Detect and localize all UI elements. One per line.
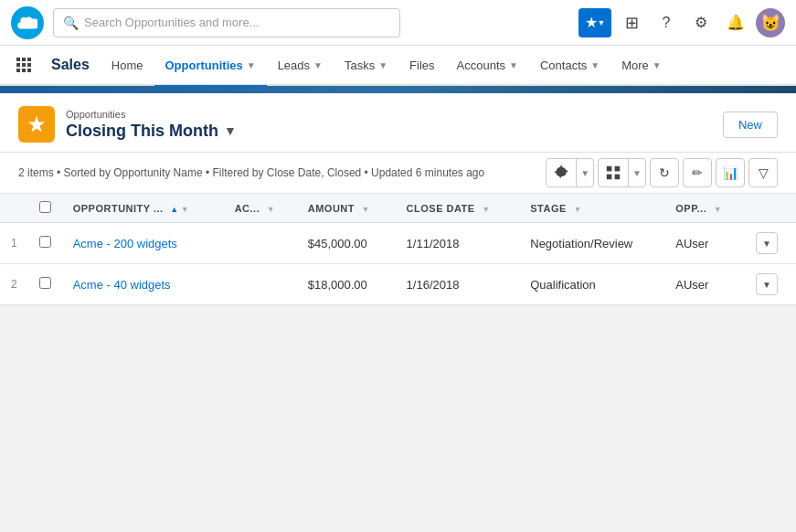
- row-close-date: 1/11/2018: [396, 223, 520, 264]
- nav-label-leads: Leads: [278, 59, 310, 72]
- nav-label-more: More: [621, 59, 649, 72]
- nav-item-leads[interactable]: Leads ▼: [267, 45, 334, 87]
- sort-down-icon: ▼: [181, 205, 189, 214]
- header-band: [0, 86, 796, 93]
- row-stage: Qualification: [519, 264, 664, 305]
- star-icon: ★: [585, 14, 598, 31]
- row-account: [224, 223, 297, 264]
- th-num: [0, 194, 28, 223]
- chart-button[interactable]: 📊: [716, 158, 745, 187]
- opportunity-link-0[interactable]: Acme - 200 widgets: [73, 237, 177, 250]
- row-checkbox-cell: [28, 264, 62, 305]
- row-owner: AUser: [664, 223, 745, 264]
- row-account: [224, 264, 297, 305]
- favorites-chevron-icon: ▼: [598, 18, 606, 27]
- list-breadcrumb: Opportunities: [66, 109, 723, 120]
- nav-label-tasks: Tasks: [345, 59, 375, 72]
- refresh-icon: ↻: [659, 165, 670, 180]
- settings-toolbar-button[interactable]: ▼: [546, 158, 594, 187]
- new-button[interactable]: New: [723, 112, 778, 138]
- row-checkbox-1[interactable]: [39, 277, 51, 289]
- row-opportunity[interactable]: Acme - 200 widgets: [62, 223, 224, 264]
- svg-rect-9: [607, 166, 612, 172]
- nav-item-files[interactable]: Files: [398, 45, 445, 87]
- user-avatar[interactable]: 😺: [756, 8, 785, 37]
- search-placeholder: Search Opportunities and more...: [84, 16, 260, 29]
- refresh-button[interactable]: ↻: [650, 158, 679, 187]
- nav-item-accounts[interactable]: Accounts ▼: [446, 45, 529, 87]
- view-toggle-button[interactable]: ▼: [598, 158, 646, 187]
- row-actions-button-1[interactable]: ▼: [756, 273, 778, 295]
- svg-rect-11: [607, 175, 612, 180]
- owner-col-chevron-icon: ▼: [714, 205, 722, 214]
- list-toolbar: 2 items • Sorted by Opportunity Name • F…: [0, 153, 796, 194]
- th-owner[interactable]: OPP... ▼: [664, 194, 745, 223]
- amount-col-chevron-icon: ▼: [362, 205, 370, 214]
- nav-items: Home Opportunities ▼ Leads ▼ Tasks ▼ Fil…: [101, 45, 673, 85]
- svg-rect-6: [16, 69, 20, 72]
- edit-button[interactable]: ✏: [683, 158, 712, 187]
- nav-label-accounts: Accounts: [457, 59, 505, 72]
- more-chevron-icon: ▼: [653, 60, 662, 70]
- th-actions: [745, 194, 796, 223]
- page-content: Opportunities Closing This Month ▼ New 2…: [0, 93, 796, 305]
- list-header: Opportunities Closing This Month ▼ New: [0, 93, 796, 153]
- nav-item-contacts[interactable]: Contacts ▼: [529, 45, 610, 87]
- help-button[interactable]: ?: [652, 8, 681, 37]
- settings-button[interactable]: ⚙: [686, 8, 716, 37]
- opportunity-link-1[interactable]: Acme - 40 widgets: [73, 278, 171, 292]
- list-title-chevron-icon[interactable]: ▼: [224, 123, 237, 138]
- nav-item-opportunities[interactable]: Opportunities ▼: [154, 45, 267, 87]
- svg-rect-0: [16, 58, 20, 61]
- app-name: Sales: [40, 57, 101, 73]
- list-info: 2 items • Sorted by Opportunity Name • F…: [18, 166, 484, 179]
- bell-icon: 🔔: [727, 14, 745, 31]
- nav-icons: ★ ▼ ⊞ ? ⚙ 🔔 😺: [578, 8, 785, 37]
- tasks-chevron-icon: ▼: [378, 60, 387, 70]
- row-opportunity[interactable]: Acme - 40 widgets: [62, 264, 224, 305]
- row-checkbox-0[interactable]: [39, 236, 51, 248]
- salesforce-logo: [11, 6, 44, 39]
- svg-rect-5: [27, 63, 31, 67]
- close-date-col-chevron-icon: ▼: [482, 205, 490, 214]
- select-all-checkbox[interactable]: [39, 201, 51, 213]
- avatar-icon: 😺: [760, 13, 780, 33]
- row-owner: AUser: [664, 264, 745, 305]
- th-stage[interactable]: STAGE ▼: [519, 194, 664, 223]
- row-actions-cell: ▼: [745, 223, 796, 264]
- nav-item-more[interactable]: More ▼: [610, 45, 673, 87]
- account-col-chevron-icon: ▼: [267, 205, 275, 214]
- row-actions-button-0[interactable]: ▼: [756, 232, 778, 254]
- chart-icon: 📊: [723, 165, 738, 180]
- th-opportunity[interactable]: OPPORTUNITY ... ▲ ▼: [62, 194, 224, 223]
- row-number: 2: [0, 264, 28, 305]
- notifications-button[interactable]: 🔔: [721, 8, 750, 37]
- svg-rect-4: [22, 63, 26, 67]
- plus-icon: ⊞: [625, 13, 639, 33]
- search-bar[interactable]: 🔍 Search Opportunities and more...: [53, 8, 400, 37]
- nav-item-home[interactable]: Home: [101, 45, 154, 87]
- svg-rect-7: [22, 69, 26, 72]
- svg-rect-2: [27, 58, 31, 61]
- th-amount[interactable]: AMOUNT ▼: [297, 194, 396, 223]
- top-nav: 🔍 Search Opportunities and more... ★ ▼ ⊞…: [0, 0, 796, 46]
- stage-col-chevron-icon: ▼: [573, 205, 581, 214]
- svg-rect-3: [16, 63, 20, 67]
- row-stage: Negotiation/Review: [519, 223, 664, 264]
- row-actions-cell: ▼: [745, 264, 796, 305]
- app-nav: Sales Home Opportunities ▼ Leads ▼ Tasks…: [0, 46, 796, 86]
- th-close-date[interactable]: CLOSE DATE ▼: [396, 194, 520, 223]
- filter-button[interactable]: ▽: [748, 158, 778, 187]
- nav-label-home: Home: [111, 59, 143, 72]
- table-container: OPPORTUNITY ... ▲ ▼ AC... ▼ AMOUNT ▼: [0, 194, 796, 305]
- th-account[interactable]: AC... ▼: [224, 194, 297, 223]
- table-header-row: OPPORTUNITY ... ▲ ▼ AC... ▼ AMOUNT ▼: [0, 194, 796, 223]
- app-grid-button[interactable]: [7, 48, 40, 81]
- table-row: 1 Acme - 200 widgets $45,000.00 1/11/201…: [0, 223, 796, 264]
- opportunities-chevron-icon: ▼: [247, 60, 256, 70]
- th-checkbox: [28, 194, 62, 223]
- row-close-date: 1/16/2018: [396, 264, 520, 305]
- nav-item-tasks[interactable]: Tasks ▼: [334, 45, 398, 87]
- favorites-button[interactable]: ★ ▼: [578, 8, 611, 37]
- add-button[interactable]: ⊞: [617, 8, 646, 37]
